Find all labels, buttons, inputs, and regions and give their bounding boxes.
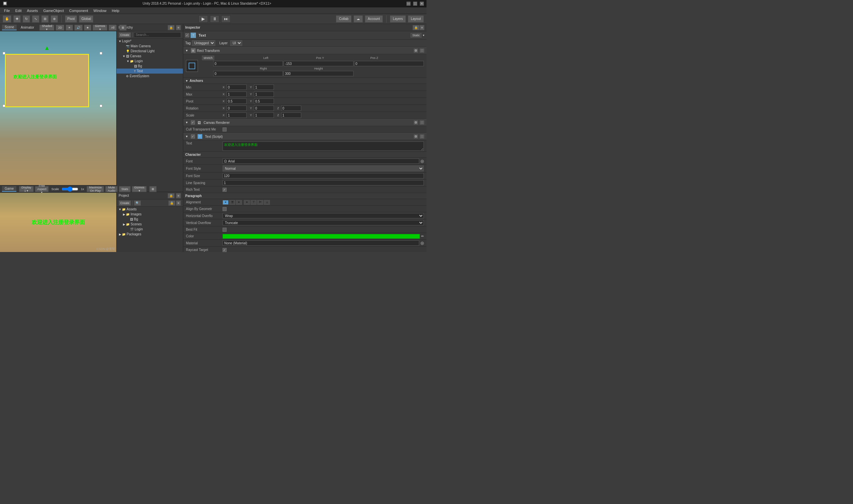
menu-gameobject[interactable]: GameObject bbox=[41, 8, 67, 13]
layers-button[interactable]: Layers bbox=[390, 15, 406, 23]
hierarchy-item-main-camera[interactable]: 📷 Main Camera bbox=[117, 43, 183, 49]
max-x-input[interactable] bbox=[227, 92, 247, 97]
rt-settings-btn[interactable]: ⚙ bbox=[414, 48, 418, 53]
close-button[interactable]: ✕ bbox=[420, 2, 424, 6]
tool-hand[interactable]: ✋ bbox=[3, 15, 11, 23]
project-menu-btn2[interactable]: ≡ bbox=[176, 200, 181, 206]
hierarchy-scene-root[interactable]: ▼ Login* bbox=[117, 39, 183, 43]
hierarchy-menu-btn[interactable]: ≡ bbox=[176, 25, 181, 30]
pivot-x-input[interactable] bbox=[227, 98, 247, 104]
rich-text-checkbox[interactable]: ✓ bbox=[223, 188, 227, 192]
text-script-checkbox[interactable]: ✓ bbox=[191, 134, 195, 139]
rot-y-input[interactable] bbox=[254, 106, 274, 111]
align-center-btn[interactable]: ☰ bbox=[229, 200, 235, 205]
project-item-packages[interactable]: ▶ 📁 Packages bbox=[117, 232, 183, 237]
project-item-images[interactable]: ▶ 📁 Images bbox=[117, 212, 183, 217]
canvas-renderer-header[interactable]: ▼ ✓ 🖼 Canvas Renderer ⚙ ⋮ bbox=[183, 119, 426, 126]
ts-more-btn[interactable]: ⋮ bbox=[419, 134, 424, 139]
pause-button[interactable]: ⏸ bbox=[210, 15, 219, 23]
scale-z-input[interactable] bbox=[281, 112, 301, 118]
posz-input[interactable] bbox=[354, 61, 424, 66]
global-button[interactable]: Global bbox=[79, 15, 93, 23]
project-item-scenes[interactable]: ▶ 📁 Scenes bbox=[117, 222, 183, 227]
scale-y-input[interactable] bbox=[254, 112, 274, 118]
scene-maximize-btn[interactable]: ⊠ bbox=[119, 25, 127, 31]
scene-light-btn[interactable]: ☀ bbox=[66, 25, 73, 31]
maximize-button[interactable]: □ bbox=[413, 2, 417, 6]
menu-help[interactable]: Help bbox=[109, 8, 122, 13]
material-select-btn[interactable]: ◎ bbox=[420, 241, 424, 245]
game-maximize-btn[interactable]: ⊠ bbox=[149, 186, 157, 192]
tool-scale[interactable]: ⤡ bbox=[32, 15, 39, 23]
best-fit-checkbox[interactable] bbox=[223, 228, 227, 232]
maximize-btn[interactable]: Maximize On Play bbox=[87, 186, 104, 192]
scene-audio-btn[interactable]: 🔊 bbox=[74, 25, 83, 31]
hierarchy-item-canvas[interactable]: ▼ 🖼 Canvas bbox=[117, 54, 183, 59]
project-tab-label[interactable]: Project bbox=[119, 194, 129, 197]
scene-fx-btn[interactable]: ★ bbox=[84, 25, 91, 31]
hierarchy-item-directional-light[interactable]: 💡 Directional Light bbox=[117, 49, 183, 54]
rect-transform-header[interactable]: ▼ ⊞ Rect Transform ⚙ ⋮ bbox=[183, 47, 426, 54]
inspector-menu-btn[interactable]: ≡ bbox=[419, 25, 424, 30]
ts-settings-btn[interactable]: ⚙ bbox=[414, 134, 418, 139]
aspect-select[interactable]: Free Aspect ▾ bbox=[35, 186, 49, 192]
hierarchy-search[interactable] bbox=[134, 32, 181, 38]
collab-button[interactable]: Collab bbox=[336, 15, 351, 23]
rot-x-input[interactable] bbox=[227, 106, 247, 111]
hierarchy-item-login[interactable]: ▼ 📁 Login bbox=[117, 59, 183, 64]
font-select-btn[interactable]: ◎ bbox=[420, 159, 424, 163]
step-button[interactable]: ⏭ bbox=[221, 15, 230, 23]
hierarchy-item-text[interactable]: T Text bbox=[117, 69, 183, 74]
rt-more-btn[interactable]: ⋮ bbox=[419, 48, 424, 53]
color-swatch[interactable] bbox=[223, 234, 420, 239]
font-size-input[interactable] bbox=[223, 173, 424, 178]
hierarchy-create-btn[interactable]: Create bbox=[119, 32, 131, 38]
cull-checkbox[interactable] bbox=[223, 127, 227, 131]
align-geom-checkbox[interactable] bbox=[223, 207, 227, 211]
inspector-tab-label[interactable]: Inspector bbox=[185, 25, 200, 29]
play-button[interactable]: ▶ bbox=[198, 15, 208, 23]
account-button[interactable]: Account bbox=[365, 15, 383, 23]
anchor-widget[interactable] bbox=[186, 60, 198, 72]
tag-select[interactable]: Untagged bbox=[192, 40, 215, 46]
inspector-lock-btn[interactable]: 🔒 bbox=[413, 25, 419, 30]
line-spacing-input[interactable] bbox=[223, 180, 424, 185]
align-middle-btn[interactable]: ⊢ bbox=[257, 200, 263, 205]
active-checkbox[interactable]: ✓ bbox=[185, 33, 189, 37]
align-justify-btn[interactable]: ≡ bbox=[244, 200, 250, 205]
search-all-btn[interactable]: All bbox=[109, 25, 117, 31]
minimize-button[interactable]: — bbox=[406, 2, 411, 6]
game-gizmos-btn[interactable]: Gizmos ▾ bbox=[132, 186, 147, 192]
project-lock-btn2[interactable]: 🔒 bbox=[168, 200, 175, 206]
horiz-overflow-select[interactable]: Wrap Overflow bbox=[223, 213, 424, 218]
cr-more-btn[interactable]: ⋮ bbox=[419, 120, 424, 125]
align-left-btn[interactable]: ≡ bbox=[223, 200, 229, 205]
project-item-assets[interactable]: ▼ 📁 Assets bbox=[117, 207, 183, 212]
project-lock-btn[interactable]: 🔒 bbox=[168, 193, 175, 198]
material-ref[interactable]: None (Material) bbox=[223, 240, 419, 246]
layer-select[interactable]: UI bbox=[230, 40, 242, 46]
handle-tl[interactable] bbox=[3, 52, 5, 55]
tool-rect[interactable]: ⊞ bbox=[41, 15, 49, 23]
menu-window[interactable]: Window bbox=[91, 8, 109, 13]
scale-x-input[interactable] bbox=[227, 112, 247, 118]
menu-assets[interactable]: Assets bbox=[24, 8, 41, 13]
handle-tr[interactable] bbox=[100, 52, 102, 55]
min-y-input[interactable] bbox=[254, 85, 274, 90]
rot-z-input[interactable] bbox=[281, 106, 301, 111]
canvas-renderer-checkbox[interactable]: ✓ bbox=[191, 121, 195, 125]
hierarchy-item-eventsystem[interactable]: ⚙ EventSystem bbox=[117, 74, 183, 78]
text-script-header[interactable]: ▼ ✓ T Text (Script) ⚙ ⋮ bbox=[183, 133, 426, 140]
project-item-login-scene[interactable]: 🎬 Login bbox=[117, 227, 183, 232]
project-item-bg[interactable]: 🖼 Bg bbox=[117, 217, 183, 222]
mute-btn[interactable]: Mute Audio bbox=[105, 186, 118, 192]
gizmos-btn[interactable]: Gizmos ▾ bbox=[93, 25, 108, 31]
tool-move[interactable]: ✚ bbox=[13, 15, 21, 23]
right-input[interactable] bbox=[213, 71, 283, 76]
stats-btn[interactable]: Stats bbox=[119, 186, 130, 192]
tab-animator[interactable]: Animator bbox=[18, 25, 37, 30]
display-select[interactable]: Display 1 ▾ bbox=[19, 186, 34, 192]
font-ref[interactable]: Ω Arial bbox=[223, 159, 419, 164]
color-picker-btn[interactable]: ✏ bbox=[421, 234, 424, 238]
tool-transform[interactable]: ⊕ bbox=[51, 15, 58, 23]
